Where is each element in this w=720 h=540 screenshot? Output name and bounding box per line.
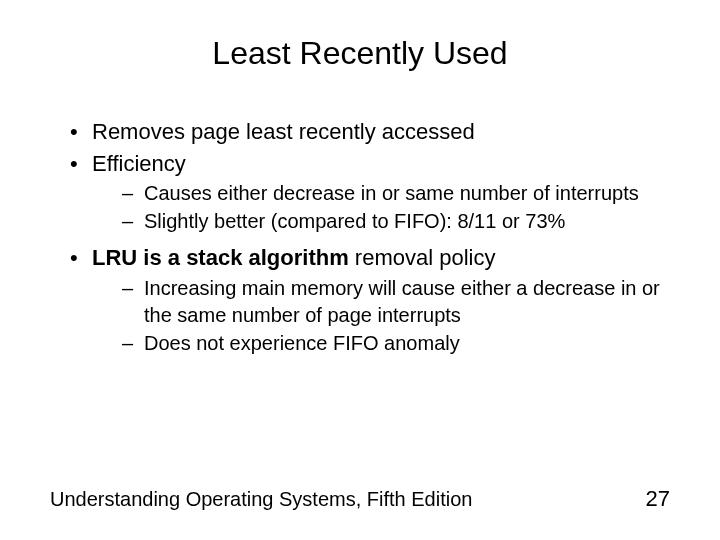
bullet-item: Efficiency Causes either decrease in or … bbox=[70, 149, 670, 236]
bullet-item: LRU is a stack algorithm removal policy … bbox=[70, 243, 670, 357]
page-number: 27 bbox=[646, 486, 670, 512]
bullet-item: Removes page least recently accessed bbox=[70, 117, 670, 147]
bullet-text-rest: removal policy bbox=[349, 245, 496, 270]
bullet-text: Efficiency bbox=[92, 151, 186, 176]
sub-bullet-text: Slightly better (compared to FIFO): 8/11… bbox=[144, 210, 565, 232]
footer-source: Understanding Operating Systems, Fifth E… bbox=[50, 488, 472, 511]
slide-footer: Understanding Operating Systems, Fifth E… bbox=[50, 486, 670, 512]
sub-bullet-list: Causes either decrease in or same number… bbox=[92, 180, 670, 235]
sub-bullet-text: Increasing main memory will cause either… bbox=[144, 277, 660, 326]
slide: Least Recently Used Removes page least r… bbox=[0, 0, 720, 540]
bullet-list: Removes page least recently accessed Eff… bbox=[50, 117, 670, 357]
sub-bullet-item: Does not experience FIFO anomaly bbox=[122, 330, 670, 357]
sub-bullet-text: Causes either decrease in or same number… bbox=[144, 182, 639, 204]
sub-bullet-item: Causes either decrease in or same number… bbox=[122, 180, 670, 207]
sub-bullet-item: Increasing main memory will cause either… bbox=[122, 275, 670, 329]
sub-bullet-item: Slightly better (compared to FIFO): 8/11… bbox=[122, 208, 670, 235]
slide-title: Least Recently Used bbox=[50, 35, 670, 72]
bullet-text: Removes page least recently accessed bbox=[92, 119, 475, 144]
bullet-text-bold: LRU is a stack algorithm bbox=[92, 245, 349, 270]
sub-bullet-list: Increasing main memory will cause either… bbox=[92, 275, 670, 357]
sub-bullet-text: Does not experience FIFO anomaly bbox=[144, 332, 460, 354]
